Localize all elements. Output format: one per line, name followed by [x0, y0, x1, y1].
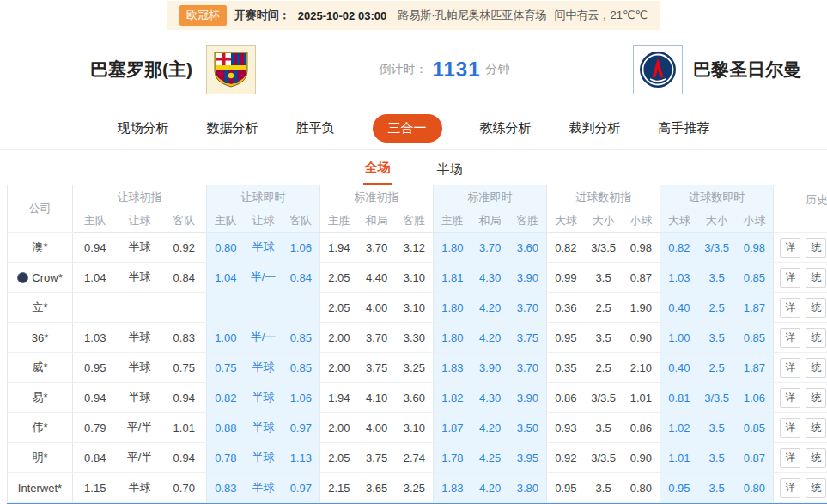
nav-tab-data-analysis[interactable]: 数据分析 [207, 120, 258, 137]
stats-button[interactable]: 统 [806, 298, 826, 318]
odds-cell: 3.30 [396, 323, 434, 353]
odds-cell: 3.10 [396, 293, 434, 323]
venue-text: 路易斯·孔帕尼奥林匹亚体育场 [398, 8, 546, 23]
detail-button[interactable]: 详 [780, 418, 800, 438]
countdown-unit: 分钟 [486, 62, 510, 77]
stats-button[interactable]: 统 [806, 388, 826, 408]
subtab-half-match[interactable]: 半场 [435, 156, 465, 185]
detail-button[interactable]: 详 [780, 298, 800, 318]
group-header: 标准即时 [434, 185, 547, 209]
detail-button[interactable]: 详 [780, 268, 800, 288]
sub-header: 主队 [207, 209, 245, 233]
history-cell: 详统 [774, 473, 827, 503]
odds-table-wrap: 公司让球初指让球即时标准初指标准即时进球数初指进球数即时历史主队让球客队主队让球… [7, 185, 827, 504]
sub-header: 客队 [162, 209, 207, 233]
odds-cell: 半球 [245, 473, 283, 503]
detail-button[interactable]: 详 [780, 238, 800, 258]
sub-header: 和局 [471, 209, 509, 233]
stats-button[interactable]: 统 [806, 328, 826, 348]
odds-cell: 1.00 [660, 323, 698, 353]
detail-button[interactable]: 详 [780, 448, 800, 468]
odds-cell: 4.25 [471, 443, 509, 473]
nav-tab-three-in-one[interactable]: 三合一 [373, 114, 442, 143]
odds-cell: 3.5 [698, 443, 736, 473]
company-name[interactable]: 澳* [8, 233, 73, 263]
odds-cell: 1.00 [207, 323, 245, 353]
stats-button[interactable]: 统 [806, 448, 826, 468]
history-cell: 详统 [774, 263, 827, 293]
away-team-name: 巴黎圣日尔曼 [693, 58, 801, 82]
page: 欧冠杯 开赛时间： 2025-10-02 03:00 路易斯·孔帕尼奥林匹亚体育… [0, 0, 827, 504]
nav-tab-coach-analysis[interactable]: 教练分析 [480, 120, 532, 137]
detail-button[interactable]: 详 [780, 358, 800, 378]
odds-cell: 0.84 [73, 443, 118, 473]
odds-cell: 1.01 [623, 383, 660, 413]
company-name[interactable]: 立* [8, 293, 73, 323]
odds-cell: 0.94 [73, 233, 118, 263]
odds-cell: 0.40 [660, 353, 698, 383]
odds-cell: 0.99 [547, 263, 585, 293]
nav-tab-referee-analysis[interactable]: 裁判分析 [569, 120, 621, 137]
odds-cell: 2.10 [623, 353, 660, 383]
odds-cell: 3/3.5 [585, 443, 623, 473]
sub-header: 和局 [358, 209, 396, 233]
odds-cell: 半球 [245, 383, 283, 413]
odds-cell: 1.80 [434, 293, 471, 323]
odds-cell: 0.95 [547, 323, 585, 353]
nav-tab-live-analysis[interactable]: 现场分析 [118, 120, 169, 137]
odds-row: 易*0.94半球0.940.82半球1.061.944.103.601.824.… [8, 383, 827, 413]
sub-header: 大小 [585, 209, 623, 233]
company-name[interactable]: 易* [8, 383, 73, 413]
odds-cell: 4.20 [471, 473, 509, 503]
odds-row: 伟*0.79平/半1.010.88半球0.972.004.003.101.874… [8, 413, 827, 443]
odds-cell: 0.78 [207, 443, 245, 473]
odds-cell: 3.95 [509, 443, 547, 473]
odds-cell: 4.30 [471, 263, 509, 293]
odds-row: 36*1.03半球0.831.00半/一0.852.003.703.301.80… [8, 323, 827, 353]
company-name[interactable]: 伟* [8, 413, 73, 443]
stats-button[interactable]: 统 [806, 238, 826, 258]
odds-cell: 4.20 [471, 413, 509, 443]
odds-cell: 0.36 [547, 293, 585, 323]
detail-button[interactable]: 详 [780, 328, 800, 348]
stats-button[interactable]: 统 [806, 478, 826, 498]
main-nav: 现场分析数据分析胜平负三合一教练分析裁判分析高手推荐 [0, 107, 827, 150]
odds-cell: 0.82 [660, 233, 698, 263]
barcelona-crest-icon [214, 52, 248, 88]
odds-cell: 4.00 [358, 293, 396, 323]
odds-cell: 2.74 [396, 443, 434, 473]
company-name[interactable]: 明* [8, 443, 73, 473]
detail-button[interactable]: 详 [780, 388, 800, 408]
odds-cell: 0.87 [623, 263, 660, 293]
sub-header: 让球 [245, 209, 283, 233]
odds-cell: 3.90 [509, 263, 547, 293]
subtab-full-match[interactable]: 全场 [363, 155, 392, 185]
odds-cell: 3.25 [396, 353, 434, 383]
odds-cell: 0.95 [547, 473, 585, 503]
odds-cell: 1.87 [736, 353, 774, 383]
stats-button[interactable]: 统 [806, 358, 826, 378]
odds-cell: 0.86 [547, 383, 585, 413]
stats-button[interactable]: 统 [806, 268, 826, 288]
detail-button[interactable]: 详 [780, 478, 800, 498]
nav-tab-win-draw-loss[interactable]: 胜平负 [296, 120, 335, 137]
odds-cell: 半球 [118, 233, 162, 263]
company-name[interactable]: 威* [8, 353, 73, 383]
league-badge[interactable]: 欧冠杯 [179, 5, 227, 26]
odds-cell: 3.5 [585, 263, 623, 293]
odds-cell: 半/一 [245, 323, 283, 353]
company-name[interactable]: Crow* [8, 263, 73, 293]
odds-cell: 2.5 [585, 293, 623, 323]
countdown-value: 1131 [432, 58, 480, 82]
odds-cell: 0.84 [162, 263, 207, 293]
odds-cell: 2.5 [698, 353, 736, 383]
match-header: 巴塞罗那(主) 倒计时： 1131 分钟 [0, 31, 827, 107]
company-name[interactable]: 36* [8, 323, 73, 353]
home-team-crest [206, 45, 256, 94]
nav-tab-expert-picks[interactable]: 高手推荐 [659, 120, 710, 137]
odds-cell: 2.00 [320, 353, 358, 383]
odds-cell: 3.70 [509, 293, 547, 323]
stats-button[interactable]: 统 [806, 418, 826, 438]
company-name[interactable]: Interwet* [8, 473, 73, 503]
odds-cell: 3.5 [585, 323, 623, 353]
